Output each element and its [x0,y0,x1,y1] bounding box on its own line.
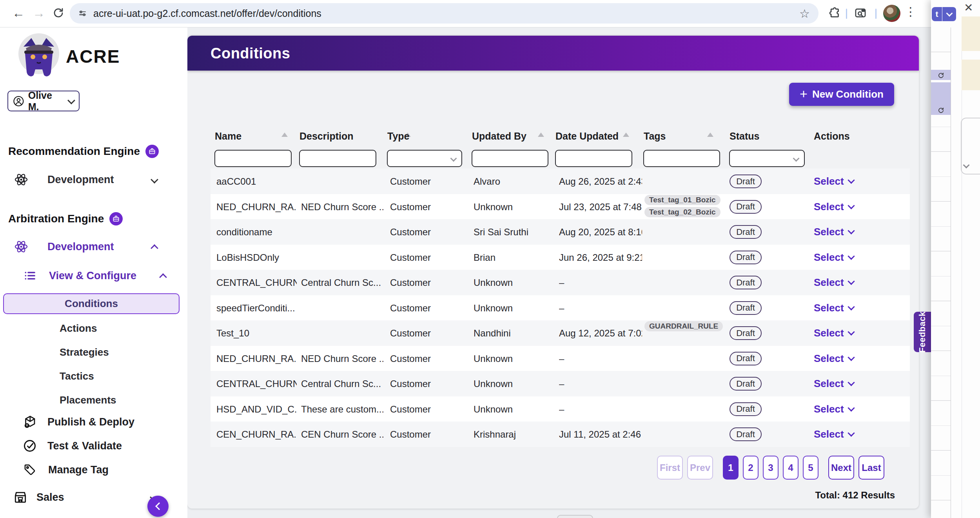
pagination-page-5[interactable]: 5 [803,456,818,480]
pagination-page-1[interactable]: 1 [723,456,739,480]
overlay-split-button[interactable]: t [932,7,956,21]
row-select-button[interactable]: Select [814,245,854,270]
row-select-button[interactable]: Select [814,270,854,295]
profile-avatar[interactable] [883,5,900,22]
sidebar-item-development-arb[interactable]: Development [14,239,174,254]
sidebar-item-placements[interactable]: Placements [60,394,116,406]
column-header-name: Name [215,131,241,142]
pagination-prev-button[interactable]: Prev [687,456,713,480]
reload-icon[interactable] [49,4,67,22]
sync-icon[interactable] [931,70,951,80]
pagination-next-button[interactable]: Next [828,456,854,480]
row-select-button[interactable]: Select [814,320,854,346]
extensions-icon[interactable] [828,6,842,20]
chevron-down-icon [848,379,855,386]
sort-arrow-icon[interactable] [281,133,288,137]
chevron-down-icon [848,202,855,209]
table-row: aaCC001CustomerAlvaroAug 26, 2025 at 2:4… [211,169,910,194]
cell-updated-by: Unknown [474,270,556,295]
storefront-icon [13,490,28,505]
back-icon[interactable]: ← [9,4,27,22]
cell-date-updated: Aug 26, 2025 at 2:43 [559,169,642,194]
chevron-down-icon [848,404,855,411]
bookmark-star-icon[interactable]: ☆ [799,7,810,20]
status-badge: Draft [730,200,762,214]
table-row: LoBisHSDOnlyCustomerBrianJun 26, 2025 at… [211,245,910,270]
row-select-button[interactable]: Select [814,194,854,220]
select-label: Select [814,403,844,415]
cell-type: Customer [390,169,468,194]
row-select-button[interactable]: Select [814,169,854,194]
pagination-first-button[interactable]: First [657,456,683,480]
url-text: acre-ui-uat.po-g2.cf.comcast.net/offer/d… [93,8,799,19]
pagination-last-button[interactable]: Last [858,456,884,480]
user-menu-button[interactable]: Olive M. [7,91,80,111]
side-panel-search-icon[interactable] [854,6,868,20]
chevron-down-icon [151,176,158,184]
sidebar-item-tactics[interactable]: Tactics [60,370,94,382]
section-label: Recommendation Engine [8,145,140,158]
sort-arrow-icon[interactable] [623,133,629,137]
pagination-page-2[interactable]: 2 [743,456,759,480]
cell-updated-by: Nandhini [474,320,556,346]
filter-type-select[interactable] [387,150,462,167]
pagination-page-4[interactable]: 4 [783,456,799,480]
row-select-button[interactable]: Select [814,346,854,371]
browser-menu-icon[interactable]: ⋮ [905,5,916,18]
cell-date-updated: Aug 20, 2025 at 8:16 [559,219,642,245]
sidebar-item-test-validate[interactable]: Test & Validate [22,438,174,453]
pagination-page-3[interactable]: 3 [763,456,779,480]
site-settings-icon[interactable] [79,9,88,17]
chevron-down-icon [68,96,75,104]
cell-type: Customer [390,295,468,321]
chevron-down-icon [848,176,855,184]
filter-tags-input[interactable] [643,150,720,167]
sidebar-item-manage-tag[interactable]: Manage Tag [22,462,174,477]
table-row: Test_10CustomerNandhiniAug 12, 2025 at 7… [211,320,910,346]
chevron-up-icon [151,244,158,252]
row-select-button[interactable]: Select [814,396,854,422]
select-label: Select [814,175,844,187]
sidebar-item-conditions[interactable]: Conditions [3,293,180,314]
sync-icon[interactable] [931,82,951,115]
sidebar-item-strategies[interactable]: Strategies [60,346,109,358]
list-icon [22,268,37,283]
cell-type: Customer [390,270,468,295]
cell-date-updated: – [559,295,642,321]
cell-date-updated: – [559,396,642,422]
sort-arrow-icon[interactable] [707,133,713,137]
status-badge: Draft [730,326,762,340]
user-icon [13,95,24,107]
select-label: Select [814,353,844,365]
filter-updated-by-input[interactable] [472,150,548,167]
forward-icon[interactable]: → [30,4,48,22]
filter-date-updated-input[interactable] [555,150,632,167]
filter-status-select[interactable] [729,150,805,167]
row-select-button[interactable]: Select [814,422,854,447]
cell-updated-by: Unknown [474,396,556,422]
sort-arrow-icon[interactable] [538,133,544,137]
feedback-label: Feedback [917,311,927,353]
cell-type: Customer [390,320,468,346]
filter-description-input[interactable] [299,150,376,167]
url-bar[interactable]: acre-ui-uat.po-g2.cf.comcast.net/offer/d… [70,3,818,24]
sidebar-item-label: Manage Tag [48,464,109,476]
row-select-button[interactable]: Select [814,371,854,396]
feedback-tab[interactable]: Feedback [914,312,931,352]
close-icon[interactable]: ✕ [964,2,973,13]
sidebar-item-actions[interactable]: Actions [60,322,97,334]
row-select-button[interactable]: Select [814,219,854,245]
filter-name-input[interactable] [214,150,292,167]
sidebar-item-publish-deploy[interactable]: Publish & Deploy [22,414,174,429]
table-row: NED_CHURN_RA...NED Churn Score ...Custom… [211,346,910,371]
cell-date-updated: – [559,270,642,295]
row-select-button[interactable]: Select [814,295,854,321]
sidebar-item-view-configure[interactable]: View & Configure [22,268,174,283]
status-badge: Draft [730,174,762,188]
cell-date-updated: Jul 11, 2025 at 2:46 AM [559,422,642,447]
cell-name: HSD_AND_VID_C... [216,396,297,422]
user-name-label: Olive M. [28,90,64,113]
overlay-dropdown[interactable] [961,118,980,174]
sidebar-item-development-rec[interactable]: Development [14,172,174,187]
sidebar-collapse-button[interactable] [147,496,169,517]
